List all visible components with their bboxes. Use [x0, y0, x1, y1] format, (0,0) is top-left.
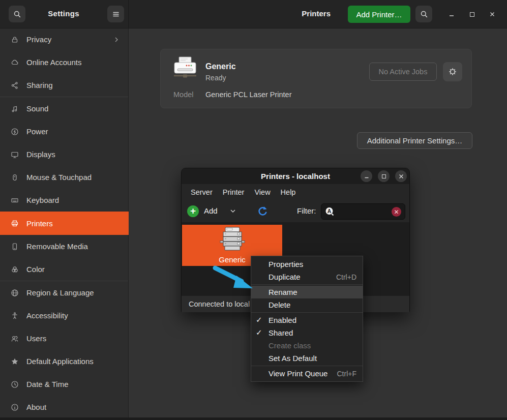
menu-item-properties[interactable]: Properties: [251, 258, 363, 271]
sidebar-search-button[interactable]: [9, 6, 25, 22]
printer-options-button[interactable]: [443, 62, 462, 81]
sidebar-item-online-accounts[interactable]: Online Accounts: [0, 51, 129, 74]
sidebar: Privacy Online Accounts Sharing Sound Po…: [0, 28, 129, 417]
keyboard-icon: [11, 196, 19, 204]
menu-view[interactable]: View: [249, 186, 275, 198]
sidebar-item-region-language[interactable]: Region & Language: [0, 281, 129, 304]
dialog-title: Printers - localhost: [182, 172, 409, 181]
dialog-maximize-button[interactable]: [378, 170, 390, 182]
search-icon: [13, 10, 21, 18]
menu-separator: [251, 312, 363, 313]
refresh-icon[interactable]: [257, 205, 268, 217]
minimize-icon: [364, 174, 369, 179]
hamburger-menu-icon: [112, 10, 120, 18]
menu-server[interactable]: Server: [186, 186, 218, 198]
filter-input[interactable]: A ✕: [321, 203, 405, 220]
mouse-icon: [11, 173, 19, 182]
color-icon: [11, 265, 19, 274]
clear-icon[interactable]: ✕: [392, 207, 401, 217]
sidebar-item-color[interactable]: Color: [0, 258, 129, 281]
minimize-button[interactable]: [445, 8, 458, 20]
close-icon: [399, 174, 404, 179]
add-printer-button[interactable]: Add Printer…: [348, 6, 410, 23]
sidebar-item-sharing[interactable]: Sharing: [0, 74, 129, 97]
printer-context-menu: Properties Duplicate Ctrl+D Rename Delet…: [251, 256, 363, 382]
info-icon: [11, 403, 19, 411]
printer-card: Generic Ready Model Generic PCL Laser Pr…: [160, 49, 472, 108]
window-bottom-edge: [0, 417, 507, 420]
sidebar-item-displays[interactable]: Displays: [0, 143, 129, 166]
music-note-icon: [11, 105, 19, 113]
filter-label: Filter:: [297, 206, 316, 215]
printer-device-icon: [172, 56, 198, 81]
maximize-icon: [470, 12, 474, 17]
removable-media-icon: [11, 243, 19, 251]
cloud-icon: [11, 58, 19, 67]
dialog-close-button[interactable]: [395, 170, 407, 182]
sidebar-item-privacy[interactable]: Privacy: [0, 28, 129, 51]
sidebar-item-printers[interactable]: Printers: [0, 212, 129, 235]
add-plus-icon[interactable]: +: [187, 205, 199, 217]
sidebar-item-accessibility[interactable]: Accessibility: [0, 304, 129, 327]
dialog-titlebar[interactable]: Printers - localhost: [182, 168, 409, 184]
dialog-toolbar: + Add Filter: A ✕: [182, 200, 409, 223]
printer-status: Ready: [205, 74, 226, 82]
sidebar-item-date-time[interactable]: Date & Time: [0, 373, 129, 396]
menu-item-view-print-queue[interactable]: View Print Queue Ctrl+F: [251, 367, 363, 380]
menu-item-shared[interactable]: ✓ Shared: [251, 326, 363, 339]
sidebar-item-keyboard[interactable]: Keyboard: [0, 189, 129, 212]
model-label: Model: [173, 91, 194, 99]
chevron-down-icon[interactable]: [229, 207, 236, 215]
minimize-icon: [449, 11, 455, 17]
menu-item-delete[interactable]: Delete: [251, 298, 363, 311]
menu-item-rename[interactable]: Rename: [251, 286, 363, 298]
globe-icon: [11, 289, 19, 297]
find-icon: A: [324, 206, 335, 217]
menu-item-set-as-default[interactable]: Set As Default: [251, 352, 363, 365]
additional-printer-settings-button[interactable]: Additional Printer Settings…: [357, 132, 472, 149]
menu-separator: [251, 284, 363, 285]
close-button[interactable]: [486, 8, 499, 20]
maximize-button[interactable]: [465, 8, 479, 20]
statusbar-text: Connected to local: [189, 300, 250, 308]
share-icon: [11, 81, 19, 89]
star-icon: [11, 357, 19, 366]
toolbar-add-button[interactable]: Add: [204, 206, 218, 215]
accelerator: Ctrl+D: [336, 273, 356, 281]
printer-name: Generic: [205, 62, 236, 71]
sidebar-item-power[interactable]: Power: [0, 120, 129, 143]
settings-window: Settings Printers Add Printer… Privacy O…: [0, 0, 507, 420]
menu-item-create-class: Create class: [251, 339, 363, 352]
svg-text:A: A: [327, 208, 332, 214]
accelerator: Ctrl+F: [337, 370, 357, 378]
sidebar-item-users[interactable]: Users: [0, 327, 129, 350]
maximize-icon: [382, 174, 386, 178]
close-icon: [489, 11, 495, 17]
menu-item-duplicate[interactable]: Duplicate Ctrl+D: [251, 271, 363, 283]
power-icon: [11, 128, 19, 136]
menu-item-enabled[interactable]: ✓ Enabled: [251, 314, 363, 326]
clock-icon: [11, 380, 19, 388]
primary-menu-button[interactable]: [107, 6, 124, 22]
chevron-right-icon: [113, 37, 120, 43]
printer-icon: [11, 219, 19, 227]
sidebar-item-mouse-touchpad[interactable]: Mouse & Touchpad: [0, 166, 129, 189]
checkmark-icon: ✓: [256, 315, 262, 324]
gear-icon: [448, 67, 458, 77]
dialog-minimize-button[interactable]: [361, 170, 372, 182]
sidebar-item-removable-media[interactable]: Removable Media: [0, 235, 129, 258]
sidebar-item-default-applications[interactable]: Default Applications: [0, 350, 129, 373]
panel-search-button[interactable]: [415, 6, 432, 22]
menu-printer[interactable]: Printer: [218, 186, 250, 198]
menu-separator: [251, 366, 363, 366]
sidebar-item-about[interactable]: About: [0, 396, 129, 418]
menu-help[interactable]: Help: [276, 186, 301, 198]
printer-stack-icon: [218, 226, 247, 255]
page-title: Printers: [282, 9, 331, 18]
headerbar: Settings Printers Add Printer…: [0, 0, 507, 28]
checkmark-icon: ✓: [256, 328, 262, 337]
headerbar-divider: [128, 0, 129, 28]
no-active-jobs-button[interactable]: No Active Jobs: [369, 63, 437, 81]
sidebar-item-sound[interactable]: Sound: [0, 97, 129, 120]
users-icon: [11, 335, 19, 343]
